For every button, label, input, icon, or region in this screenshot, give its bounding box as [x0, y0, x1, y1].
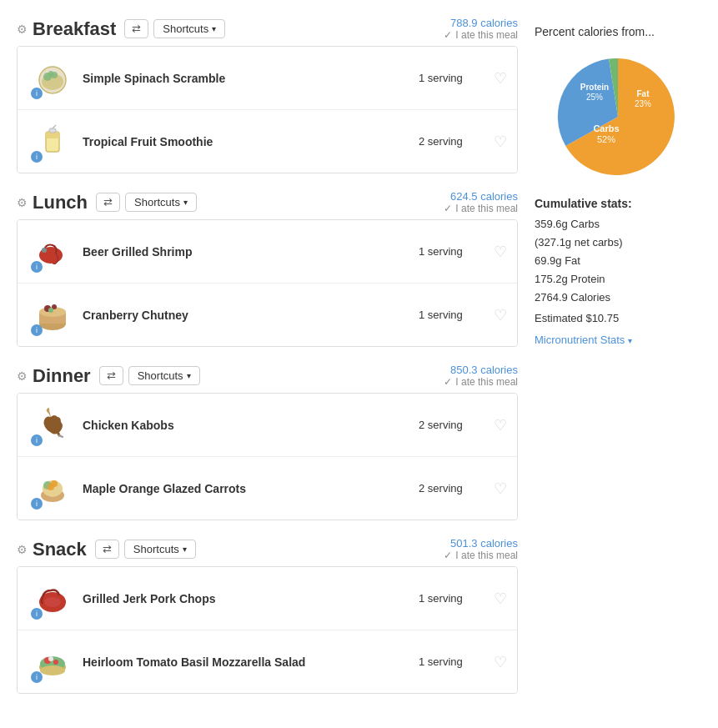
- calories-link-dinner[interactable]: 850.3 calories: [444, 364, 518, 376]
- meal-section-breakfast: ⚙ Breakfast ⇄ Shortcuts ▾ 788.9 calories…: [17, 17, 518, 173]
- svg-line-18: [59, 435, 63, 437]
- check-icon-dinner: ✓: [444, 376, 452, 388]
- ate-label-breakfast: I ate this meal: [455, 29, 518, 41]
- info-icon-snack-0[interactable]: i: [31, 608, 43, 620]
- carbs-label: Carbs: [593, 123, 619, 133]
- shortcuts-btn-snack[interactable]: Shortcuts ▾: [124, 540, 196, 559]
- shuffle-btn-snack[interactable]: ⇄: [95, 540, 119, 559]
- meal-section-dinner: ⚙ Dinner ⇄ Shortcuts ▾ 850.3 calories ✓ …: [17, 364, 518, 520]
- meal-item-breakfast-0: i Simple Spinach Scramble 1 serving ♡: [18, 47, 517, 110]
- ate-meal-dinner: ✓ I ate this meal: [444, 376, 518, 388]
- ate-label-lunch: I ate this meal: [455, 203, 518, 214]
- meal-meta-dinner: 850.3 calories ✓ I ate this meal: [444, 364, 518, 388]
- info-icon-breakfast-1[interactable]: i: [31, 151, 43, 163]
- heart-icon-dinner-0[interactable]: ♡: [494, 416, 507, 434]
- meal-header-breakfast: ⚙ Breakfast ⇄ Shortcuts ▾ 788.9 calories…: [17, 17, 518, 41]
- info-icon-snack-1[interactable]: i: [31, 671, 43, 683]
- meal-meta-lunch: 624.5 calories ✓ I ate this meal: [444, 190, 518, 214]
- shortcuts-caret-breakfast: ▾: [212, 24, 216, 33]
- micronutrient-caret: ▾: [628, 336, 632, 345]
- item-serving-dinner-0: 2 serving: [419, 419, 494, 431]
- estimated-cost: Estimated $10.75: [535, 312, 701, 324]
- food-icon-snack-1: i: [28, 639, 78, 685]
- food-icon-dinner-1: i: [28, 465, 78, 511]
- micronutrient-label: Micronutrient Stats: [535, 334, 625, 346]
- meal-section-snack: ⚙ Snack ⇄ Shortcuts ▾ 501.3 calories ✓ I…: [17, 537, 518, 694]
- shortcuts-label-dinner: Shortcuts: [138, 369, 183, 382]
- heart-icon-breakfast-1[interactable]: ♡: [494, 133, 507, 151]
- svg-point-31: [40, 665, 65, 675]
- carbs-pct: 52%: [597, 134, 615, 144]
- meal-section-lunch: ⚙ Lunch ⇄ Shortcuts ▾ 624.5 calories ✓ I…: [17, 190, 518, 347]
- info-icon-lunch-0[interactable]: i: [31, 261, 43, 273]
- meal-item-lunch-0: i Beer Grilled Shrimp 1 serving ♡: [18, 220, 517, 284]
- heart-icon-snack-0[interactable]: ♡: [494, 590, 507, 608]
- svg-point-23: [48, 484, 54, 490]
- item-serving-breakfast-0: 1 serving: [419, 72, 494, 84]
- item-name-breakfast-1: Tropical Fruit Smoothie: [78, 135, 419, 148]
- ate-meal-lunch: ✓ I ate this meal: [444, 203, 518, 214]
- protein-stat: 175.2g Protein: [535, 270, 701, 289]
- meal-items-dinner: i Chicken Kabobs 2 serving ♡ i Maple: [17, 393, 518, 520]
- item-serving-lunch-1: 1 serving: [419, 309, 494, 321]
- gear-icon-breakfast[interactable]: ⚙: [17, 23, 28, 36]
- net-carbs-stat: (327.1g net carbs): [535, 233, 701, 252]
- heart-icon-snack-1[interactable]: ♡: [494, 653, 507, 671]
- ate-label-snack: I ate this meal: [455, 550, 518, 561]
- calories-link-snack[interactable]: 501.3 calories: [444, 537, 518, 550]
- meal-items-breakfast: i Simple Spinach Scramble 1 serving ♡ i …: [17, 46, 518, 173]
- item-name-snack-1: Heirloom Tomato Basil Mozzarella Salad: [78, 655, 419, 669]
- info-icon-dinner-1[interactable]: i: [31, 498, 43, 510]
- heart-icon-lunch-1[interactable]: ♡: [494, 306, 507, 324]
- meal-title-breakfast: Breakfast: [33, 18, 116, 40]
- item-name-dinner-0: Chicken Kabobs: [78, 419, 419, 432]
- item-serving-snack-0: 1 serving: [419, 592, 494, 605]
- meal-items-lunch: i Beer Grilled Shrimp 1 serving ♡ i: [17, 219, 518, 347]
- svg-point-10: [42, 248, 47, 253]
- meal-item-snack-1: i Heirloom Tomato Basil Mozzarella Salad…: [18, 630, 517, 693]
- shortcuts-btn-lunch[interactable]: Shortcuts ▾: [125, 193, 197, 212]
- shuffle-btn-breakfast[interactable]: ⇄: [124, 19, 148, 38]
- svg-point-25: [44, 597, 61, 607]
- heart-icon-dinner-1[interactable]: ♡: [494, 479, 507, 498]
- heart-icon-lunch-0[interactable]: ♡: [494, 243, 507, 261]
- calories-link-lunch[interactable]: 624.5 calories: [444, 190, 518, 203]
- svg-point-30: [48, 656, 53, 661]
- shuffle-btn-dinner[interactable]: ⇄: [99, 366, 123, 385]
- shortcuts-btn-dinner[interactable]: Shortcuts ▾: [128, 366, 200, 385]
- pie-chart-container: Carbs 52% Protein 25% Fat 23%: [535, 50, 701, 183]
- shortcuts-caret-snack: ▾: [183, 545, 187, 554]
- sidebar-title: Percent calories from...: [535, 25, 701, 38]
- info-icon-dinner-0[interactable]: i: [31, 434, 43, 446]
- meal-item-dinner-0: i Chicken Kabobs 2 serving ♡: [18, 394, 517, 457]
- heart-icon-breakfast-0[interactable]: ♡: [494, 69, 507, 88]
- item-name-snack-0: Grilled Jerk Pork Chops: [78, 592, 419, 605]
- info-icon-lunch-1[interactable]: i: [31, 324, 43, 336]
- info-icon-breakfast-0[interactable]: i: [31, 88, 43, 99]
- meal-items-snack: i Grilled Jerk Pork Chops 1 serving ♡ i: [17, 566, 518, 694]
- pie-chart: Carbs 52% Protein 25% Fat 23%: [551, 50, 685, 183]
- meal-header-snack: ⚙ Snack ⇄ Shortcuts ▾ 501.3 calories ✓ I…: [17, 537, 518, 561]
- gear-icon-snack[interactable]: ⚙: [17, 543, 28, 556]
- item-serving-snack-1: 1 serving: [419, 655, 494, 668]
- svg-point-16: [48, 308, 53, 313]
- food-icon-lunch-0: i: [28, 228, 78, 274]
- micronutrient-link[interactable]: Micronutrient Stats ▾: [535, 334, 632, 346]
- shuffle-btn-lunch[interactable]: ⇄: [96, 193, 120, 212]
- shortcuts-label-lunch: Shortcuts: [134, 196, 180, 208]
- gear-icon-dinner[interactable]: ⚙: [17, 369, 28, 383]
- check-icon-lunch: ✓: [444, 203, 452, 214]
- meal-meta-breakfast: 788.9 calories ✓ I ate this meal: [444, 17, 518, 41]
- shortcuts-btn-breakfast[interactable]: Shortcuts ▾: [153, 19, 225, 38]
- ate-label-dinner: I ate this meal: [455, 376, 518, 388]
- gear-icon-lunch[interactable]: ⚙: [17, 196, 28, 209]
- food-icon-breakfast-0: i: [28, 55, 78, 101]
- svg-rect-7: [49, 128, 56, 133]
- ate-meal-snack: ✓ I ate this meal: [444, 550, 518, 561]
- fat-pct: 23%: [635, 99, 651, 108]
- meal-header-lunch: ⚙ Lunch ⇄ Shortcuts ▾ 624.5 calories ✓ I…: [17, 190, 518, 214]
- protein-pct: 25%: [586, 93, 603, 102]
- meals-column: ⚙ Breakfast ⇄ Shortcuts ▾ 788.9 calories…: [17, 17, 518, 710]
- ate-meal-breakfast: ✓ I ate this meal: [444, 29, 518, 41]
- calories-link-breakfast[interactable]: 788.9 calories: [444, 17, 518, 29]
